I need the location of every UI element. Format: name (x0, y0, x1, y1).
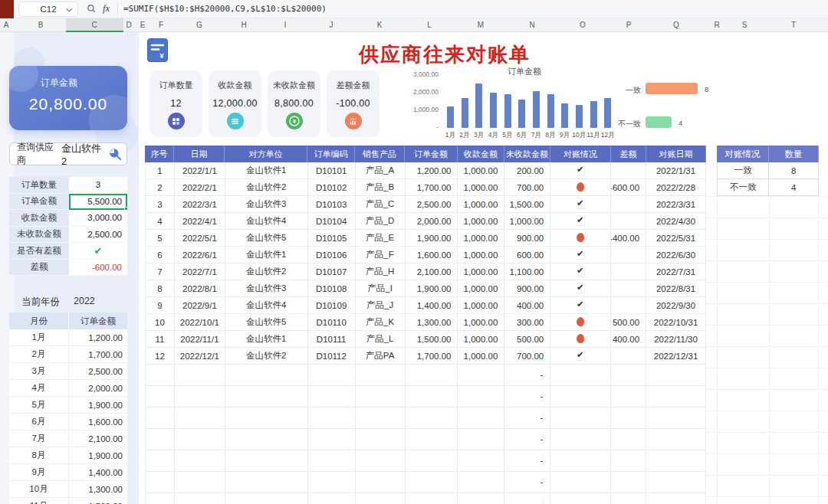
column-header-R[interactable]: R (714, 21, 719, 29)
cell-product[interactable]: 产品_L (356, 331, 406, 348)
cell-unrecv_amt[interactable]: 1,000.00 (504, 213, 550, 230)
cell-date[interactable]: 2022/2/1 (175, 179, 225, 196)
empty-cell[interactable] (308, 365, 356, 386)
empty-cell[interactable] (646, 407, 706, 429)
cell-unrecv_amt[interactable]: 900.00 (504, 230, 550, 247)
cell-unrecv_amt[interactable]: 300.00 (504, 314, 550, 331)
cell-status[interactable]: ✔ (550, 196, 611, 213)
cell-order_amt[interactable]: 2,100.00 (406, 263, 458, 280)
cell-product[interactable]: 产品_D (356, 213, 406, 230)
summary-cell[interactable]: 一致 (718, 162, 769, 179)
cell-recon_date[interactable]: 2022/8/31 (646, 280, 706, 297)
empty-cell[interactable] (308, 407, 356, 429)
empty-cell[interactable] (611, 386, 646, 407)
cell-date[interactable]: 2022/11/1 (175, 331, 225, 348)
empty-cell[interactable] (458, 472, 504, 493)
document-yuan-icon[interactable]: ¥ (147, 38, 168, 62)
cell-status[interactable]: ✔ (550, 263, 611, 280)
empty-cell[interactable] (406, 365, 458, 386)
empty-cell[interactable] (458, 386, 504, 407)
empty-cell[interactable] (550, 386, 611, 407)
cell-order_amt[interactable]: 1,200.00 (406, 162, 458, 179)
empty-cell[interactable] (175, 407, 225, 429)
h-bar[interactable] (646, 83, 698, 94)
stats-label-cell[interactable]: 订单数量 (9, 177, 69, 194)
cell-recon_date[interactable]: 2022/10/31 (646, 314, 706, 331)
empty-cell[interactable]: - (504, 472, 550, 493)
cell-unrecv_amt[interactable]: 400.00 (504, 297, 550, 314)
empty-cell[interactable] (308, 493, 356, 504)
cell-product[interactable]: 产品_I (356, 280, 406, 297)
empty-cell[interactable] (406, 386, 458, 407)
cell-date[interactable]: 2022/7/1 (175, 263, 225, 280)
cell-status[interactable]: ✔ (550, 280, 611, 297)
empty-cell[interactable]: - (504, 493, 550, 504)
cell-product[interactable]: 产品_A (356, 162, 406, 179)
column-header-C[interactable]: C (91, 21, 97, 29)
chart-bar[interactable] (447, 106, 454, 128)
cell-seq[interactable]: 6 (146, 247, 175, 263)
empty-cell[interactable] (175, 472, 225, 493)
cell-code[interactable]: D10102 (308, 179, 356, 196)
empty-cell[interactable] (611, 365, 646, 386)
empty-cell[interactable] (458, 365, 504, 386)
insert-function-button[interactable]: fx (103, 3, 110, 15)
month-cell[interactable]: 6月 (9, 414, 69, 430)
cell-seq[interactable]: 10 (146, 314, 175, 331)
cell-seq[interactable]: 2 (146, 179, 175, 196)
cell-code[interactable]: D10109 (308, 297, 356, 314)
empty-cell[interactable]: - (504, 407, 550, 429)
month-amount-cell[interactable]: 1,900.00 (69, 397, 127, 413)
empty-cell[interactable] (646, 386, 706, 407)
chart-bar[interactable] (504, 94, 511, 128)
cell-name-box[interactable]: C12 (18, 2, 78, 17)
empty-cell[interactable] (225, 493, 308, 504)
empty-cell[interactable] (406, 450, 458, 472)
column-header-P[interactable]: P (626, 21, 632, 29)
empty-cell[interactable] (458, 407, 504, 429)
cell-unit[interactable]: 金山软件5 (225, 314, 308, 331)
empty-cell[interactable] (175, 386, 225, 407)
column-header-cell[interactable]: 未收款金额 (504, 146, 550, 162)
cell-diff[interactable]: 500.00 (611, 314, 646, 331)
cell-diff[interactable] (611, 263, 646, 280)
month-column-header[interactable]: 月份 (9, 313, 69, 329)
cell-code[interactable]: D10112 (308, 348, 356, 365)
empty-cell[interactable] (146, 493, 175, 504)
cell-status[interactable] (550, 331, 611, 348)
supplier-search-value[interactable]: 金山软件2 (61, 142, 105, 167)
empty-cell[interactable] (406, 472, 458, 493)
column-header-cell[interactable]: 销售产品 (355, 146, 405, 162)
stats-value-cell[interactable]: ✔ (69, 243, 127, 260)
cell-code[interactable]: D10103 (308, 196, 356, 213)
cell-status[interactable] (550, 314, 611, 331)
empty-cell[interactable] (550, 450, 611, 472)
cell-seq[interactable]: 1 (146, 162, 175, 179)
empty-cell[interactable] (356, 386, 406, 407)
cell-product[interactable]: 产品_E (356, 230, 406, 247)
cell-code[interactable]: D10105 (308, 230, 356, 247)
cell-code[interactable]: D10107 (308, 263, 356, 280)
chart-bar[interactable] (462, 98, 468, 128)
cell-code[interactable]: D10108 (308, 280, 356, 297)
cell-recon_date[interactable]: 2022/4/30 (646, 213, 706, 230)
cell-unrecv_amt[interactable]: 700.00 (504, 348, 550, 365)
chart-bar[interactable] (490, 93, 497, 128)
column-header-G[interactable]: G (196, 21, 202, 29)
summary-header-cell[interactable]: 对账情况 (717, 146, 769, 162)
column-header-cell[interactable]: 对方单位 (225, 146, 307, 162)
cell-code[interactable]: D10110 (308, 314, 356, 331)
empty-cell[interactable] (611, 429, 646, 450)
cell-order_amt[interactable]: 1,400.00 (406, 297, 458, 314)
reconciliation-bar-chart[interactable]: 一致8不一致4 (598, 78, 790, 139)
month-cell[interactable]: 2月 (9, 346, 69, 362)
empty-cell[interactable] (646, 493, 706, 504)
column-header-D[interactable]: D (126, 21, 131, 29)
month-amount-cell[interactable]: 1,500.00 (69, 498, 127, 504)
empty-cell[interactable] (646, 429, 706, 450)
empty-cell[interactable] (550, 365, 611, 386)
cell-date[interactable]: 2022/5/1 (175, 230, 225, 247)
chevron-down-icon[interactable] (66, 8, 73, 12)
column-header-B[interactable]: B (38, 21, 44, 29)
cell-recv_amt[interactable]: 1,000.00 (458, 263, 504, 280)
